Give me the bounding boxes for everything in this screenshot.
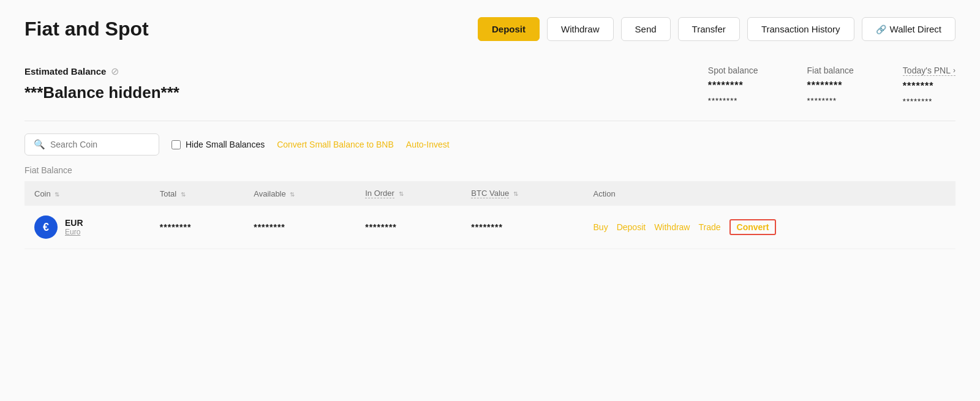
withdraw-action[interactable]: Withdraw — [654, 222, 690, 232]
in-order-cell: ******** — [355, 206, 461, 249]
fiat-balance-val1: ******** — [807, 80, 854, 91]
col-action: Action — [584, 181, 956, 206]
deposit-action[interactable]: Deposit — [617, 222, 646, 232]
coin-symbol: EUR — [65, 218, 83, 228]
available-cell: ******** — [244, 206, 355, 249]
available-value: ******** — [254, 222, 285, 232]
sort-icon-coin[interactable]: ⇅ — [55, 191, 59, 198]
sort-icon-available[interactable]: ⇅ — [290, 191, 295, 198]
balance-hidden-text: ***Balance hidden*** — [24, 83, 179, 102]
balance-label: Estimated Balance — [24, 66, 106, 77]
table-header: Coin ⇅ Total ⇅ Available ⇅ In Order ⇅ — [24, 181, 956, 206]
balance-label-row: Estimated Balance ⊘ — [24, 66, 179, 77]
search-input[interactable] — [50, 140, 150, 149]
spot-balance-val1: ******** — [708, 80, 758, 91]
table-row: € EUR Euro ******** ******** — [24, 206, 956, 249]
sort-icon-in-order[interactable]: ⇅ — [399, 190, 404, 197]
pnl-item: Today's PNL › ******* ******** — [903, 66, 956, 106]
fiat-balance-val2: ******** — [807, 96, 854, 105]
deposit-button[interactable]: Deposit — [478, 17, 540, 41]
spot-balance-item: Spot balance ******** ******** — [708, 66, 758, 106]
action-cell: Buy Deposit Withdraw Trade Convert — [584, 206, 956, 249]
col-in-order: In Order ⇅ — [355, 181, 461, 206]
coin-fullname[interactable]: Euro — [65, 228, 83, 236]
sort-icon-total[interactable]: ⇅ — [181, 191, 186, 198]
in-order-value: ******** — [365, 222, 397, 232]
balance-table: Coin ⇅ Total ⇅ Available ⇅ In Order ⇅ — [24, 181, 956, 249]
chevron-right-icon: › — [953, 66, 956, 75]
col-coin: Coin ⇅ — [24, 181, 150, 206]
search-icon: 🔍 — [34, 139, 45, 150]
fiat-balance-item: Fiat balance ******** ******** — [807, 66, 854, 106]
sort-icon-btc-value[interactable]: ⇅ — [513, 190, 518, 197]
total-cell: ******** — [150, 206, 244, 249]
btc-value-cell: ******** — [461, 206, 583, 249]
hide-balance-icon[interactable]: ⊘ — [111, 66, 119, 77]
hide-small-balances-label[interactable]: Hide Small Balances — [172, 140, 265, 149]
main-container: Fiat and Spot Deposit Withdraw Send Tran… — [0, 0, 980, 401]
fiat-section-label: Fiat Balance — [0, 163, 980, 181]
pnl-val1: ******* — [903, 81, 956, 92]
action-cell-inner: Buy Deposit Withdraw Trade Convert — [594, 219, 946, 235]
col-available: Available ⇅ — [244, 181, 355, 206]
convert-action[interactable]: Convert — [729, 219, 777, 235]
wallet-direct-button[interactable]: 🔗 Wallet Direct — [862, 17, 956, 41]
filters-section: 🔍 Hide Small Balances Convert Small Bala… — [0, 121, 980, 163]
spot-balance-val2: ******** — [708, 96, 758, 105]
total-value: ******** — [160, 222, 192, 232]
transfer-button[interactable]: Transfer — [678, 17, 740, 41]
pnl-label[interactable]: Today's PNL › — [903, 66, 956, 76]
col-btc-value: BTC Value ⇅ — [461, 181, 583, 206]
hide-small-balances-checkbox[interactable] — [172, 140, 181, 149]
balance-grid: Spot balance ******** ******** Fiat bala… — [708, 66, 956, 106]
withdraw-button[interactable]: Withdraw — [547, 17, 614, 41]
fiat-balance-label: Fiat balance — [807, 66, 854, 75]
btc-value-header-label: BTC Value — [471, 189, 509, 198]
convert-small-balance-link[interactable]: Convert Small Balance to BNB — [277, 140, 394, 149]
balance-section: Estimated Balance ⊘ ***Balance hidden***… — [0, 53, 980, 121]
trade-action[interactable]: Trade — [698, 222, 720, 232]
table-container: Coin ⇅ Total ⇅ Available ⇅ In Order ⇅ — [0, 181, 980, 249]
search-box: 🔍 — [24, 133, 159, 156]
btc-value-value: ******** — [471, 222, 503, 232]
coin-cell-inner: € EUR Euro — [34, 215, 140, 239]
send-button[interactable]: Send — [621, 17, 671, 41]
estimated-balance-block: Estimated Balance ⊘ ***Balance hidden*** — [24, 66, 179, 102]
link-icon: 🔗 — [876, 24, 886, 34]
auto-invest-link[interactable]: Auto-Invest — [406, 140, 450, 149]
transaction-history-button[interactable]: Transaction History — [747, 17, 854, 41]
eur-coin-icon: € — [34, 215, 58, 239]
in-order-header-label: In Order — [365, 189, 394, 198]
buy-action[interactable]: Buy — [594, 222, 608, 232]
balance-top-row: Estimated Balance ⊘ ***Balance hidden***… — [24, 66, 956, 106]
page-title: Fiat and Spot — [24, 18, 149, 40]
pnl-val2: ******** — [903, 97, 956, 106]
coin-cell: € EUR Euro — [24, 206, 150, 249]
coin-info: EUR Euro — [65, 218, 83, 236]
header: Fiat and Spot Deposit Withdraw Send Tran… — [0, 0, 980, 53]
col-total: Total ⇅ — [150, 181, 244, 206]
table-body: € EUR Euro ******** ******** — [24, 206, 956, 249]
spot-balance-label: Spot balance — [708, 66, 758, 75]
